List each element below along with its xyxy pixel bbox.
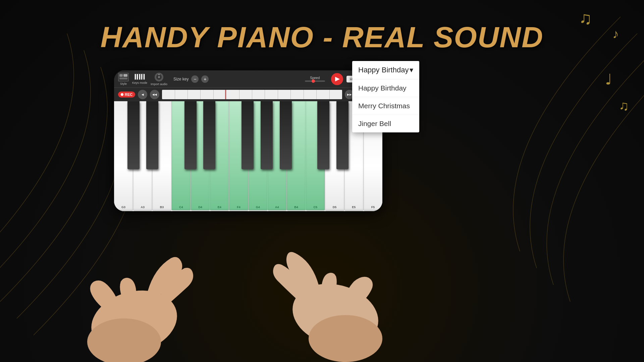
song-dropdown-container: Happy Birthday ▾ Happy Birthday Merry Ch… [352,61,419,132]
import-audio-icon [154,72,164,82]
dropdown-arrow-icon: ▾ [410,66,413,74]
mini-white-key [162,90,175,99]
mini-keyboard-strip [162,90,342,99]
speed-thumb [312,79,315,83]
piano-black-key-Db4[interactable] [184,101,197,169]
top-toolbar: Style Keys mode [114,70,382,88]
mini-white-key [304,90,317,99]
speed-section: Speed [305,76,325,82]
back-icon: ◂ [142,92,144,97]
key-label-F5: F5 [371,205,375,209]
key-label-B4: B4 [294,205,298,209]
size-key-section: Size key − + [173,75,209,83]
mini-white-key [317,90,329,99]
song-option-happy-birthday[interactable]: Happy Birthday [352,79,419,97]
mini-white-key [252,90,265,99]
mini-keys-container [162,90,342,99]
svg-rect-4 [119,77,127,79]
size-decrease-button[interactable]: − [191,75,199,83]
svg-point-7 [158,76,160,78]
play-button[interactable] [331,73,343,85]
rec-dot-icon [121,93,123,96]
song-dropdown-header[interactable]: Happy Birthday ▾ [352,61,419,79]
key-label-B3: B3 [160,205,164,209]
piano-black-key-Bb3[interactable] [146,101,158,169]
mini-white-key [291,90,304,99]
secondary-toolbar: REC ◂ ◂◂ [114,88,382,101]
key-label-D4: D4 [198,205,202,209]
style-label: Style [120,82,127,85]
import-audio-label: Import audio [151,82,167,86]
mini-white-key [278,90,291,99]
song-option-jinger-bell[interactable]: Jinger Bell [352,115,419,132]
song-option-merry-christmas[interactable]: Merry Christmas [352,97,419,115]
back-button[interactable]: ◂ [138,90,147,99]
key-label-G4: G4 [256,205,260,209]
key-label-A4: A4 [275,205,279,209]
piano-black-key-Gb4[interactable] [241,101,254,169]
play-icon [335,77,340,81]
music-note-2: ♪ [612,27,619,40]
mini-white-key [330,90,342,99]
fast-forward-icon: ▸▸ [347,92,352,97]
key-label-D5: D5 [333,205,337,209]
size-increase-button[interactable]: + [201,75,209,83]
keys-mode-label: Keys mode [132,81,147,84]
dropdown-selected-label: Happy Birthday [358,66,409,74]
key-label-G3: G3 [121,205,125,209]
piano-black-key-Db5[interactable] [317,101,329,169]
piano-keyboard[interactable]: G3 A3 B3 C4 D4 E4 F4 G4 [114,101,382,211]
key-label-C5: C5 [314,205,318,209]
mini-white-key [201,90,213,99]
rewind-icon: ◂◂ [152,92,157,97]
svg-rect-3 [123,74,127,77]
plus-icon: + [204,76,206,82]
rewind-button[interactable]: ◂◂ [150,90,159,99]
speed-label: Speed [310,76,320,80]
import-audio-button[interactable]: Import audio [151,72,167,86]
svg-rect-2 [119,74,123,77]
record-button[interactable]: REC [118,92,135,98]
music-note-1: ♫ [579,9,592,27]
style-icon [118,73,129,81]
mini-white-key [175,90,188,99]
size-key-label: Size key [173,77,189,81]
key-label-E5: E5 [352,205,356,209]
style-button[interactable]: Style [118,73,129,85]
keys-mode-icon [135,74,145,80]
key-label-E4: E4 [218,205,221,209]
rec-label: REC [125,93,132,97]
mini-white-key [188,90,201,99]
minus-icon: − [194,76,196,82]
mini-white-key [265,90,278,99]
piano-black-key-Bb4[interactable] [280,101,292,169]
piano-black-key-Ab4[interactable] [261,101,273,169]
music-note-3: ♩ [605,72,612,87]
key-label-C4: C4 [179,205,183,209]
music-note-4: ♫ [619,99,629,112]
mini-position-indicator [225,90,226,99]
piano-black-key-Eb5[interactable] [336,101,348,169]
piano-black-key-Ab3[interactable] [127,101,140,169]
app-title: HANDY PIANO - REAL SOUND [101,20,544,54]
key-label-A3: A3 [141,205,145,209]
speed-slider[interactable] [305,80,325,82]
phone-container: Style Keys mode [114,70,382,211]
mini-white-key [214,90,226,99]
mini-white-key [239,90,252,99]
piano-black-key-Eb4[interactable] [203,101,215,169]
keys-mode-button[interactable]: Keys mode [132,74,147,84]
mini-white-key [226,90,239,99]
key-label-F4: F4 [237,205,240,209]
song-dropdown: Happy Birthday ▾ Happy Birthday Merry Ch… [352,61,419,132]
piano-ui: Style Keys mode [114,70,382,211]
